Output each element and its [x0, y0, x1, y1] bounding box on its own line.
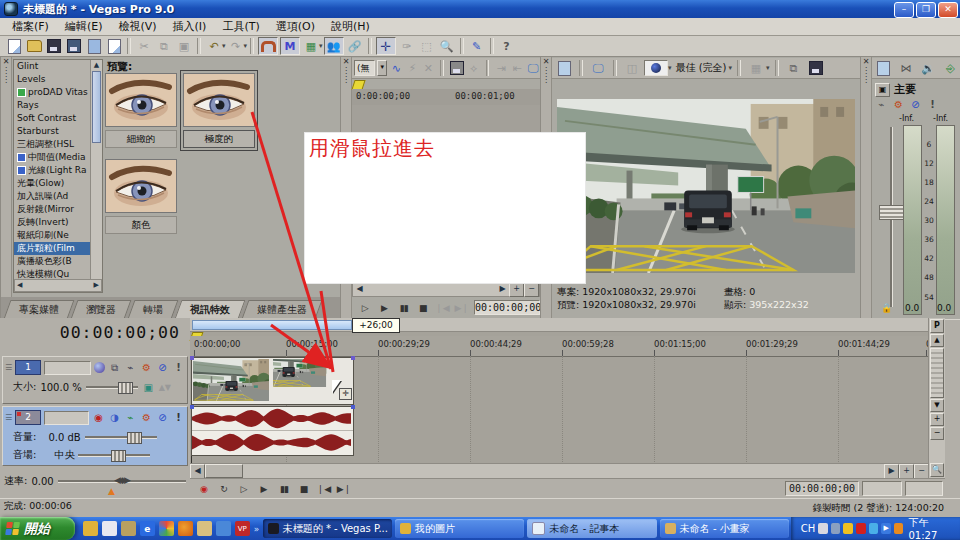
kf-monitor-icon[interactable]: 🖵	[527, 60, 539, 76]
whats-this-help-icon[interactable]: ?	[498, 38, 516, 54]
kf-curve-icon[interactable]: ∿	[390, 60, 402, 76]
project-video-properties-icon[interactable]	[555, 60, 573, 76]
fx-list-item[interactable]: Levels	[14, 73, 102, 86]
scrub-control-icon[interactable]: ◀◆▶	[114, 475, 129, 485]
preset-subtle[interactable]: 細緻的	[105, 73, 177, 148]
preset-color[interactable]: 顏色	[105, 159, 177, 234]
zoom-tool-icon[interactable]: 🔍	[438, 38, 456, 54]
split-screen-icon[interactable]: ◫	[623, 60, 641, 76]
expand-track-icon[interactable]: ▲▼	[159, 383, 171, 392]
kf-bracket-out-icon[interactable]: ⇤	[511, 60, 523, 76]
fx-list-item[interactable]: 反轉(Invert)	[14, 216, 102, 229]
quicklaunch-chrome-icon[interactable]	[159, 521, 174, 536]
language-indicator[interactable]: CH	[801, 523, 816, 534]
fx-list-item[interactable]: Rays	[14, 99, 102, 112]
play-button[interactable]: ▶	[254, 481, 274, 497]
fx-list-item[interactable]: 光線(Light Ra	[14, 164, 102, 177]
external-monitor-icon[interactable]: 🖵	[589, 60, 607, 76]
tray-media-player-icon[interactable]: ▶	[881, 523, 891, 534]
taskbar-window-paint[interactable]: 未命名 - 小畫家	[660, 519, 789, 538]
quicklaunch-media-icon[interactable]	[216, 521, 231, 536]
selection-start-time[interactable]: 00:00:00;00	[785, 481, 859, 496]
volume-slider[interactable]	[85, 432, 157, 442]
selection-length-time[interactable]	[905, 481, 943, 496]
kf-bracket-in-icon[interactable]: ⇥	[495, 60, 507, 76]
track-fx-gear-icon[interactable]: ⚙	[140, 411, 153, 424]
fx-list-item[interactable]: Glint	[14, 60, 102, 73]
undo-icon[interactable]: ↶	[205, 38, 223, 54]
bus-automation-icon[interactable]: ⌁	[875, 98, 888, 111]
ignore-grouping-icon[interactable]: 👥	[324, 37, 344, 55]
menu-tools[interactable]: 工具(T)	[214, 18, 267, 35]
bypass-motion-blur-icon[interactable]: ▣	[142, 381, 155, 394]
mixer-panel-grip[interactable]: ✕⋮⋮	[861, 57, 872, 319]
fx-list-item-selected[interactable]: 底片顆粒(Film	[14, 242, 102, 255]
rate-scrub-slider[interactable]: ◀◆▶	[58, 476, 186, 486]
group-icon[interactable]: 🔗	[346, 38, 364, 54]
vscroll-thumb[interactable]	[930, 348, 944, 398]
fx-list-item[interactable]: 加入訊噪(Ad	[14, 190, 102, 203]
bus-fx-gear-icon[interactable]: ⚙	[892, 98, 905, 111]
quicklaunch-overflow-chevron-icon[interactable]: »	[254, 524, 260, 534]
tab-explorer[interactable]: 瀏覽器	[74, 300, 128, 319]
pen-tool-icon[interactable]: ✎	[468, 38, 486, 54]
video-clip[interactable]	[191, 357, 354, 405]
copy-frame-icon[interactable]: ⧉	[785, 60, 803, 76]
copy-icon[interactable]: ⧉	[155, 38, 173, 54]
record-button[interactable]: ◉	[194, 481, 214, 497]
fx-panel-close-icon[interactable]: ✕	[3, 57, 10, 66]
edit-details-icon[interactable]	[105, 38, 123, 54]
clock[interactable]: 下午 01:27	[908, 516, 953, 540]
kf-cursor-time[interactable]: 00:00:00;00	[474, 300, 540, 315]
grid-caret[interactable]: ▾	[766, 64, 770, 72]
scroll-right-icon[interactable]: ▶	[94, 280, 101, 291]
quicklaunch-folder2-icon[interactable]	[197, 521, 212, 536]
tray-pen-icon[interactable]	[831, 523, 841, 534]
tray-shield-icon[interactable]	[843, 523, 853, 534]
menu-options[interactable]: 選項(O)	[268, 18, 323, 35]
mute-icon[interactable]: ⊘	[156, 361, 169, 374]
zoom-in-time-icon[interactable]: +	[899, 464, 914, 479]
kf-prev-keyframe-icon[interactable]: ❘◀	[433, 300, 451, 315]
fx-list-item[interactable]: 中間值(Media	[14, 151, 102, 164]
scroll-down-icon[interactable]: ▼	[930, 399, 944, 412]
track-number[interactable]: 1	[15, 360, 41, 375]
quicklaunch-document-icon[interactable]	[102, 521, 117, 536]
menu-insert[interactable]: 插入(I)	[165, 18, 215, 35]
kf-ruler[interactable]: 0:00:00;00 00:00:01;00	[352, 89, 540, 106]
automation-settings-icon[interactable]: ⌁	[124, 411, 137, 424]
kf-sync-icon[interactable]: ⚡	[406, 60, 418, 76]
go-to-start-button[interactable]: ❘◀	[314, 481, 334, 497]
zoom-out-icon[interactable]: −	[524, 282, 539, 297]
fx-list-item[interactable]: Starburst	[14, 125, 102, 138]
solo-icon[interactable]: !	[172, 361, 185, 374]
kf-delete-icon[interactable]: ✕	[422, 60, 434, 76]
zoom-in-track-icon[interactable]: +	[930, 413, 944, 426]
timeline-hscrollbar[interactable]: ◀ ▶ + −	[190, 463, 929, 478]
redo-icon[interactable]: ↷	[227, 38, 245, 54]
envelope-lock-icon[interactable]: ▦	[302, 38, 320, 54]
scroll-up-icon[interactable]: ▲	[91, 60, 102, 71]
paste-icon[interactable]: ▣	[175, 38, 193, 54]
tray-printer-icon[interactable]	[818, 523, 828, 534]
snap-toggle-icon[interactable]	[258, 37, 278, 55]
zoom-tool-corner-icon[interactable]: 🔍	[930, 463, 944, 477]
audio-track-header[interactable]: ☰ 2 ◉ ◑ ⌁ ⚙ ⊘ ! 音量: 0.0 dB 音場: 中央	[2, 406, 188, 466]
downmix-icon[interactable]: ⋈	[897, 60, 914, 76]
fx-list-item[interactable]: 報紙印刷(Ne	[14, 229, 102, 242]
kf-hscrollbar[interactable]: ◀ ▶ + −	[352, 282, 540, 297]
fx-list-item[interactable]: Soft Contrast	[14, 112, 102, 125]
bus-solo-icon[interactable]: !	[926, 98, 939, 111]
zoom-out-track-icon[interactable]: −	[930, 427, 944, 440]
auto-ripple-icon[interactable]: M	[280, 37, 300, 55]
compositing-mode-icon[interactable]	[94, 362, 105, 373]
menu-edit[interactable]: 編輯(E)	[57, 18, 111, 35]
selection-tool-icon[interactable]: ⬚	[418, 38, 436, 54]
go-to-end-button[interactable]: ▶❘	[334, 481, 354, 497]
quality-caret[interactable]: ▾	[668, 64, 672, 72]
save-frame-icon[interactable]	[807, 60, 825, 76]
track-fx-gear-icon[interactable]: ⚙	[140, 361, 153, 374]
fx-list-item[interactable]: 反射鏡(Mirror	[14, 203, 102, 216]
tray-zonealarm-icon[interactable]	[856, 523, 866, 534]
tray-update-icon[interactable]	[894, 523, 904, 534]
